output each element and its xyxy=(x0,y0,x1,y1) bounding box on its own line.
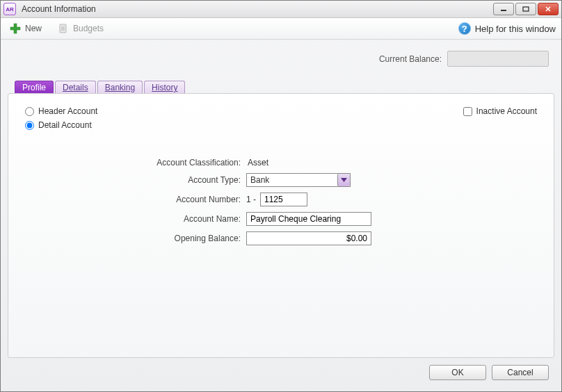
svg-rect-1 xyxy=(523,7,529,11)
inactive-account-checkbox-input[interactable] xyxy=(463,107,472,116)
ok-button[interactable]: OK xyxy=(429,365,486,380)
classification-value: Asset xyxy=(246,158,537,168)
tab-history[interactable]: History xyxy=(144,81,185,94)
help-link[interactable]: ? Help for this window xyxy=(458,22,556,35)
maximize-icon xyxy=(522,6,529,12)
inactive-account-checkbox[interactable]: Inactive Account xyxy=(463,106,537,116)
content-area: Current Balance: Profile Details Banking… xyxy=(1,40,561,391)
app-icon: AR xyxy=(3,3,16,15)
cancel-button[interactable]: Cancel xyxy=(492,365,549,380)
account-information-window: AR Account Information xyxy=(0,0,562,392)
new-label: New xyxy=(25,24,42,33)
account-type-label: Account Type: xyxy=(25,175,241,185)
inactive-account-checkbox-label: Inactive Account xyxy=(476,106,537,116)
tabstrip: Profile Details Banking History xyxy=(15,81,554,94)
account-name-input[interactable] xyxy=(246,212,371,226)
account-number-label: Account Number: xyxy=(25,195,241,204)
svg-rect-0 xyxy=(501,10,506,11)
budgets-button[interactable]: Budgets xyxy=(54,21,106,36)
opening-balance-input[interactable] xyxy=(246,231,371,245)
window-controls xyxy=(493,3,559,15)
form-grid: Account Classification: Asset Account Ty… xyxy=(25,158,537,245)
detail-account-radio-label: Detail Account xyxy=(38,120,92,130)
chevron-down-icon[interactable] xyxy=(337,174,350,186)
top-row: Header Account Detail Account Inactive A… xyxy=(25,106,537,130)
current-balance-value xyxy=(447,51,549,67)
minimize-icon xyxy=(500,6,507,12)
document-icon xyxy=(57,22,70,35)
current-balance-row: Current Balance: xyxy=(8,47,554,81)
account-type-radio-group: Header Account Detail Account xyxy=(25,106,97,130)
opening-balance-label: Opening Balance: xyxy=(25,234,241,243)
tab-banking[interactable]: Banking xyxy=(97,81,143,94)
current-balance-label: Current Balance: xyxy=(379,54,442,64)
detail-account-radio[interactable]: Detail Account xyxy=(25,120,97,130)
close-button[interactable] xyxy=(538,3,559,15)
account-type-select-value: Bank xyxy=(247,175,337,185)
help-label: Help for this window xyxy=(475,24,556,34)
header-account-radio[interactable]: Header Account xyxy=(25,106,97,116)
toolbar: New Budgets ? Help for this window xyxy=(1,18,561,40)
svg-marker-10 xyxy=(341,178,347,182)
maximize-button[interactable] xyxy=(515,3,536,15)
minimize-button[interactable] xyxy=(493,3,514,15)
budgets-label: Budgets xyxy=(73,24,104,33)
classification-label: Account Classification: xyxy=(25,158,241,168)
titlebar: AR Account Information xyxy=(1,1,561,18)
button-row: OK Cancel xyxy=(8,358,554,384)
detail-account-radio-input[interactable] xyxy=(25,121,34,130)
header-account-radio-input[interactable] xyxy=(25,107,34,116)
account-number-prefix: 1 - xyxy=(246,195,256,204)
window-title: Account Information xyxy=(20,4,489,14)
header-account-radio-label: Header Account xyxy=(38,106,97,116)
tab-profile[interactable]: Profile xyxy=(15,81,54,94)
profile-panel: Header Account Detail Account Inactive A… xyxy=(8,93,554,358)
tab-details[interactable]: Details xyxy=(55,81,96,94)
account-number-input[interactable] xyxy=(260,193,307,206)
close-icon xyxy=(545,6,552,12)
help-icon: ? xyxy=(458,22,471,35)
svg-rect-5 xyxy=(10,27,20,30)
account-type-select[interactable]: Bank xyxy=(246,173,351,187)
new-button[interactable]: New xyxy=(6,21,45,36)
plus-icon xyxy=(9,22,22,35)
account-name-label: Account Name: xyxy=(25,214,241,224)
